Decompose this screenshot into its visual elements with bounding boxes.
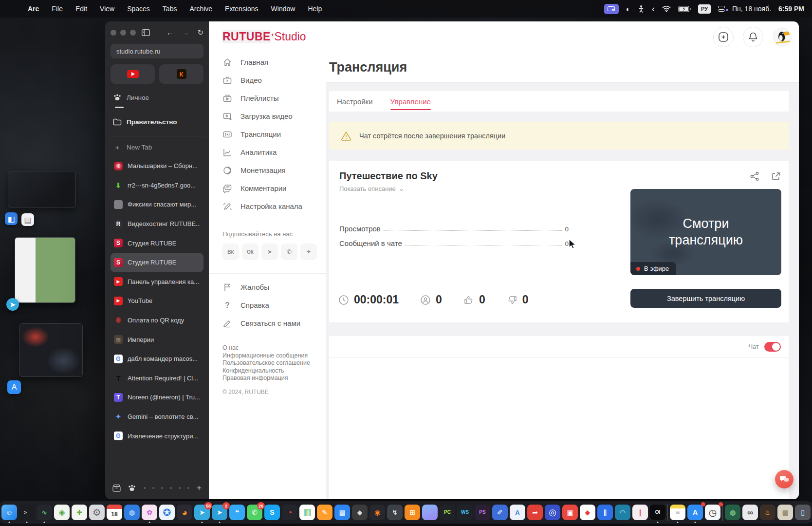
dock-item[interactable]: ◉	[369, 505, 385, 520]
odnoklassniki-icon[interactable]: ОК	[242, 244, 258, 260]
viber-icon[interactable]: ✆	[281, 244, 297, 260]
dock-item[interactable]: ◉	[54, 505, 70, 520]
menu-item[interactable]: Window	[265, 5, 302, 13]
arc-tab[interactable]: S Студия RUTUBE	[111, 253, 203, 272]
vk-icon[interactable]: ВК	[222, 244, 239, 260]
arc-tab[interactable]: T Attention Required! | Cl...	[111, 369, 203, 388]
reload-button[interactable]: ↻	[197, 28, 203, 37]
pinned-tab-youtube[interactable]	[111, 64, 155, 84]
assistive-figure-icon[interactable]	[638, 5, 645, 13]
telegram-icon[interactable]: ➤	[261, 244, 278, 260]
battery-icon[interactable]	[678, 6, 691, 12]
back-button[interactable]: ←	[166, 28, 173, 37]
dock-item[interactable]	[667, 504, 668, 521]
dock-item[interactable]: ❝	[229, 505, 245, 520]
forward-button[interactable]: →	[182, 28, 189, 37]
sidebar-item-channel-settings[interactable]: Настройка канала	[222, 197, 319, 215]
arc-tab[interactable]: S Студия RUTUBE	[111, 233, 203, 253]
dock-item[interactable]: ➤ 58	[194, 505, 210, 520]
dock-item[interactable]: ⊞	[405, 505, 420, 520]
sidebar-item-monetization[interactable]: Монетизация	[222, 161, 319, 179]
dock-item[interactable]: ≡	[670, 505, 685, 520]
dock-item[interactable]: ◕	[177, 505, 192, 520]
dock-item[interactable]: ▤	[334, 505, 350, 520]
dock-item[interactable]: ✚	[72, 505, 87, 520]
menu-item[interactable]: Help	[301, 5, 328, 13]
mini-app-icon[interactable]: ◧	[5, 212, 18, 225]
window-preview-thumbnail[interactable]	[8, 171, 76, 207]
pinned-tab-kinopoisk[interactable]: К	[159, 64, 203, 84]
sidebar-item-contact[interactable]: Связаться с нами	[222, 314, 319, 332]
new-tab-button[interactable]: + New Tab	[111, 141, 203, 153]
sidebar-item-complaints[interactable]: Жалобы	[222, 278, 319, 296]
mini-app-icon[interactable]: ▤	[21, 213, 34, 226]
menu-item[interactable]: Tabs	[156, 5, 184, 13]
dock-item[interactable]: ☺	[1, 505, 17, 520]
arc-tab[interactable]: ✦ Gemini – воплотите св...	[111, 407, 203, 427]
input-language-badge[interactable]: РУ	[698, 4, 711, 14]
dock-item[interactable]: ✪	[159, 505, 175, 520]
dock-item[interactable]: A	[510, 505, 525, 520]
chat-toggle[interactable]	[764, 342, 781, 352]
dock-item[interactable]: ◆	[580, 505, 595, 520]
dock-item[interactable]: ▥	[299, 505, 315, 520]
arc-tab[interactable]: ❋ Малышарики – Сборн...	[111, 156, 203, 176]
window-minimize-button[interactable]	[120, 30, 126, 36]
dock-item[interactable]: ◠	[615, 505, 630, 520]
sidebar-item-help[interactable]: ? Справка	[222, 296, 319, 314]
menu-item[interactable]: Edit	[69, 5, 93, 13]
footer-link[interactable]: Правовая информация	[222, 375, 319, 382]
dock-item[interactable]: ∥	[597, 505, 613, 520]
dock-item[interactable]	[722, 504, 723, 521]
show-description-toggle[interactable]: Показать описание ⌄	[339, 185, 405, 192]
support-chat-fab[interactable]	[775, 470, 794, 488]
address-bar[interactable]: studio.rutube.ru	[111, 44, 203, 58]
dock-item[interactable]: ✎	[317, 505, 332, 520]
arc-tab[interactable]: ⬇ rr2---sn-4g5edns7.goo...	[111, 176, 203, 195]
space-personal[interactable]: Личное	[111, 91, 203, 104]
sidebar-toggle-icon[interactable]	[142, 29, 150, 36]
menu-item[interactable]: Extensions	[219, 5, 264, 13]
control-center-icon[interactable]	[718, 6, 725, 12]
dock-item[interactable]: ↯	[387, 505, 403, 520]
sidebar-item-analytics[interactable]: Аналитика	[222, 143, 319, 161]
screen-mirroring-icon[interactable]	[604, 4, 619, 14]
arc-tab[interactable]: T Noreen (@neeron) | Tru...	[111, 388, 203, 407]
dock-item[interactable]: ◷	[705, 505, 720, 520]
dock-item[interactable]: PC	[440, 505, 455, 520]
dock-item[interactable]: ◍	[124, 505, 140, 520]
menu-item[interactable]: Archive	[183, 5, 219, 13]
dock-item[interactable]: ◍	[725, 505, 740, 520]
archive-box-icon[interactable]	[112, 484, 121, 492]
create-button[interactable]	[713, 27, 734, 47]
arc-tab[interactable]: G дабл командер macos...	[111, 349, 203, 369]
arc-tab[interactable]: Фиксики спасают мир...	[111, 195, 203, 214]
sidebar-item-home[interactable]: Главная	[222, 53, 319, 71]
menu-item[interactable]: View	[93, 5, 121, 13]
dock-item[interactable]: ◆	[352, 505, 368, 520]
dock-item[interactable]: ♨	[760, 505, 775, 520]
footer-link[interactable]: Информационные сообщения	[222, 352, 319, 360]
dock-item[interactable]: PS	[475, 505, 490, 520]
window-zoom-button[interactable]	[130, 30, 136, 36]
sidebar-item-upload[interactable]: Загрузка видео	[222, 107, 319, 125]
profile-avatar[interactable]	[773, 27, 792, 47]
dock-item[interactable]: ❙	[632, 505, 648, 520]
menu-item[interactable]: File	[45, 5, 69, 13]
menu-item[interactable]: Spaces	[121, 5, 156, 13]
stream-preview[interactable]: Смотри трансляцию В эфире	[630, 189, 781, 275]
menu-bar-date[interactable]: Пн, 18 нояб.	[732, 5, 771, 13]
dock-item[interactable]: ∞	[742, 505, 758, 520]
contrast-icon[interactable]: ◐	[626, 5, 630, 13]
notifications-button[interactable]	[743, 27, 763, 47]
sidebar-item-playlists[interactable]: Плейлисты	[222, 89, 319, 107]
menu-item[interactable]: Arc	[21, 5, 45, 13]
space-government[interactable]: Правительство	[111, 115, 203, 128]
dock-item[interactable]: ▣	[562, 505, 578, 520]
dock-item[interactable]: ⚙	[89, 505, 105, 520]
dislikes-counter[interactable]: 0	[507, 293, 529, 306]
tab-settings[interactable]: Настройки	[337, 97, 373, 106]
window-preview-thumbnail[interactable]	[15, 237, 75, 303]
paw-icon[interactable]	[128, 484, 136, 492]
sidebar-item-comments[interactable]: Комментарии	[222, 179, 319, 197]
